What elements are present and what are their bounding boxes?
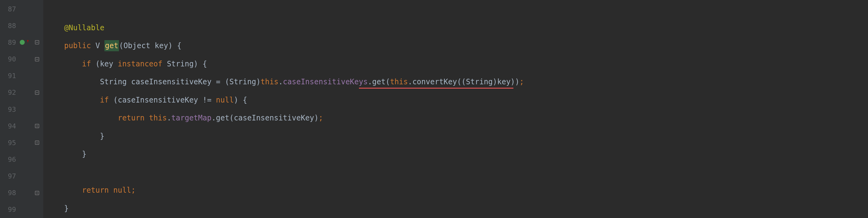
code-line[interactable]: public V get(Object key) { — [46, 37, 868, 55]
gutter-row[interactable]: 97 — [0, 168, 43, 185]
gutter-row[interactable]: 89 ↑ — [0, 34, 43, 51]
field: caseInsensitiveKeys — [283, 76, 368, 87]
keyword: if — [82, 58, 91, 69]
gutter-row[interactable]: 91 — [0, 68, 43, 84]
gutter-row[interactable]: 94 — [0, 118, 43, 134]
method-name-highlighted: get — [104, 40, 119, 51]
var: key — [497, 76, 510, 87]
annotation-underline — [359, 88, 514, 89]
var: caseInsensitiveKey — [131, 76, 216, 87]
indent — [46, 22, 64, 33]
paren: ) — [314, 113, 318, 124]
semicolon: ; — [318, 113, 323, 124]
this-keyword: this — [390, 76, 408, 87]
code-line[interactable]: @Nullable — [46, 19, 868, 37]
field: targetMap — [172, 113, 212, 124]
code-line[interactable] — [46, 163, 868, 182]
line-number: 93 — [0, 104, 19, 115]
line-number: 94 — [0, 121, 19, 131]
fold-end-icon[interactable] — [33, 191, 41, 195]
gutter: 87 88 89 ↑ 90 91 92 93 — [0, 0, 43, 218]
gutter-row[interactable]: 90 — [0, 51, 43, 67]
code-line[interactable]: return null; — [46, 181, 868, 199]
fold-end-icon[interactable] — [33, 141, 41, 145]
dot: . — [368, 76, 372, 87]
line-number: 88 — [0, 21, 19, 31]
type: V — [95, 40, 100, 51]
brace: { — [173, 40, 182, 51]
space — [109, 185, 113, 196]
code-line[interactable]: if (caseInsensitiveKey != null) { — [46, 91, 868, 109]
paren: ( — [385, 76, 390, 87]
indent — [46, 76, 100, 87]
override-marker-icon[interactable] — [19, 40, 26, 45]
line-number: 87 — [0, 4, 19, 14]
code-line[interactable]: return this.targetMap.get(caseInsensitiv… — [46, 109, 868, 127]
gutter-row[interactable]: 96 — [0, 151, 43, 168]
semicolon: ; — [520, 76, 524, 87]
paren: (( — [457, 76, 466, 87]
this-keyword: this — [149, 113, 167, 124]
code-line[interactable]: String caseInsensitiveKey = (String)this… — [46, 73, 868, 91]
var: caseInsensitiveKey — [118, 94, 203, 105]
code-line[interactable]: } — [46, 127, 868, 146]
annotation: @Nullable — [64, 22, 104, 33]
dot: . — [408, 76, 412, 87]
brace: } — [100, 131, 104, 142]
vcs-change-icon[interactable]: ↑ — [27, 38, 29, 44]
line-number: 91 — [0, 71, 19, 81]
keyword: return — [82, 185, 109, 196]
dot: . — [167, 113, 171, 124]
gutter-row[interactable]: 98 — [0, 185, 43, 201]
operator: = — [216, 76, 225, 87]
null-keyword: null — [216, 94, 234, 105]
fold-toggle-icon[interactable] — [33, 91, 41, 95]
paren: ( — [119, 40, 123, 51]
dot: . — [212, 113, 216, 124]
gutter-row[interactable]: 95 — [0, 134, 43, 151]
code-line[interactable]: if (key instanceof String) { — [46, 55, 868, 73]
brace: } — [64, 203, 69, 214]
indent — [46, 94, 100, 105]
line-number: 90 — [0, 54, 19, 64]
cast-type: String — [466, 76, 493, 87]
cast-type: String — [229, 76, 256, 87]
code-area[interactable]: @Nullable public V get(Object key) { if … — [43, 0, 868, 218]
line-number: 97 — [0, 171, 19, 181]
gutter-row[interactable]: 88 — [0, 17, 43, 34]
var: key — [100, 58, 118, 69]
line-number: 89 — [0, 37, 19, 48]
indent — [46, 58, 82, 69]
fold-end-icon[interactable] — [33, 124, 41, 128]
line-number: 92 — [0, 87, 19, 98]
method-call: convertKey — [412, 76, 457, 87]
paren: ( — [109, 94, 118, 105]
indent — [46, 131, 100, 142]
fold-toggle-icon[interactable] — [33, 40, 41, 44]
paren: ( — [229, 113, 234, 124]
code-line[interactable]: } — [46, 199, 868, 218]
paren: ) — [256, 76, 260, 87]
line-number: 99 — [0, 205, 19, 215]
paren: ) { — [234, 94, 247, 105]
type: Object — [124, 40, 150, 51]
gutter-row[interactable]: 92 — [0, 84, 43, 101]
var: caseInsensitiveKey — [234, 113, 314, 124]
gutter-row[interactable]: 99 — [0, 201, 43, 218]
code-line[interactable] — [46, 1, 868, 19]
indent — [46, 149, 82, 160]
keyword: instanceof — [118, 58, 162, 69]
paren: ( — [225, 76, 229, 87]
line-number: 96 — [0, 154, 19, 164]
space — [145, 113, 149, 124]
dot: . — [278, 76, 283, 87]
fold-toggle-icon[interactable] — [33, 57, 41, 61]
keyword: if — [100, 94, 109, 105]
paren: )) — [510, 76, 520, 87]
code-line[interactable]: } — [46, 145, 868, 163]
line-number: 98 — [0, 188, 19, 198]
null-keyword: null — [113, 185, 131, 196]
paren: ) — [493, 76, 497, 87]
gutter-row[interactable]: 93 — [0, 101, 43, 118]
gutter-row[interactable]: 87 — [0, 1, 43, 17]
